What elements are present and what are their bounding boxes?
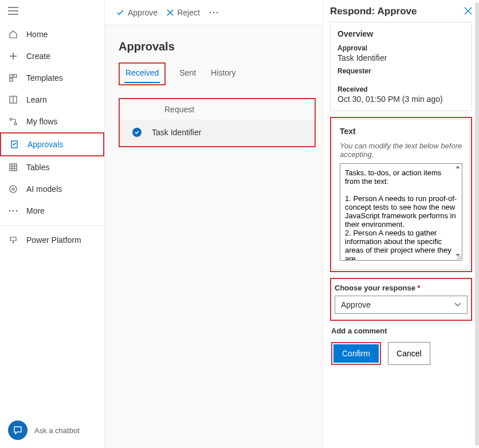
svg-point-14 <box>213 11 214 13</box>
respond-panel: Respond: Approve Overview Approval Task … <box>323 0 479 448</box>
sidebar-label: AI models <box>26 184 62 194</box>
sidebar-label: More <box>26 206 45 215</box>
panel-title: Respond: Approve <box>330 6 417 17</box>
response-select[interactable]: Approve <box>335 296 468 314</box>
approval-value: Task Identifier <box>337 53 465 62</box>
approval-label: Approval <box>337 44 465 52</box>
sidebar-label: My flows <box>26 117 57 126</box>
sidebar-item-more[interactable]: More <box>0 200 104 222</box>
toolbar-approve[interactable]: Approve <box>116 8 158 17</box>
sidebar-label: Create <box>26 52 50 61</box>
toolbar: Approve Reject <box>105 0 323 25</box>
sidebar-label: Home <box>26 30 48 39</box>
toolbar-reject-label: Reject <box>177 8 200 17</box>
svg-rect-7 <box>10 164 17 171</box>
sidebar-item-myflows[interactable]: My flows <box>0 111 104 132</box>
ellipsis-icon <box>209 11 218 14</box>
scroll-down-icon <box>456 254 460 257</box>
chat-icon <box>8 421 28 440</box>
close-icon <box>464 7 472 15</box>
sidebar-label: Power Platform <box>26 235 81 245</box>
ai-icon <box>8 184 18 194</box>
divider <box>0 225 104 226</box>
sidebar-item-aimodels[interactable]: AI models <box>0 178 104 200</box>
overview-heading: Overview <box>337 29 465 38</box>
status-check-icon <box>132 128 142 137</box>
column-header-request: Request <box>120 99 315 120</box>
svg-rect-0 <box>10 74 13 77</box>
toolbar-more[interactable] <box>209 11 218 14</box>
hamburger-menu[interactable] <box>0 0 104 23</box>
requester-label: Requester <box>337 67 465 75</box>
sidebar-item-templates[interactable]: Templates <box>0 67 104 89</box>
book-icon <box>8 95 18 105</box>
svg-rect-2 <box>10 78 13 81</box>
chatbot-label: Ask a chatbot <box>34 426 80 435</box>
scroll-up-icon <box>456 166 460 168</box>
page-title: Approvals <box>119 40 309 53</box>
close-button[interactable] <box>464 7 472 17</box>
text-body-input[interactable] <box>340 163 462 261</box>
sidebar-item-platform[interactable]: Power Platform <box>0 229 104 251</box>
svg-point-13 <box>210 11 211 13</box>
chatbot-launcher[interactable]: Ask a chatbot <box>0 412 104 448</box>
main-area: Approve Reject Approvals Received Sent H… <box>105 0 323 448</box>
svg-point-9 <box>12 188 14 190</box>
sidebar-item-learn[interactable]: Learn <box>0 89 104 111</box>
cancel-button[interactable]: Cancel <box>388 342 430 365</box>
home-icon <box>8 29 18 40</box>
panel-scrollbar[interactable] <box>475 2 479 446</box>
received-label: Received <box>337 85 465 93</box>
toolbar-approve-label: Approve <box>128 8 158 17</box>
tab-received[interactable]: Received <box>124 64 160 83</box>
text-card: Text You can modify the text below befor… <box>332 119 470 270</box>
response-value: Approve <box>341 300 371 309</box>
sidebar-label: Approvals <box>28 140 63 149</box>
flow-icon <box>8 116 18 127</box>
response-label: Choose your response * <box>335 284 468 292</box>
svg-point-8 <box>10 186 17 192</box>
platform-icon <box>8 235 18 245</box>
sidebar: Home Create Templates Learn My flows App… <box>0 0 105 448</box>
sidebar-item-tables[interactable]: Tables <box>0 156 104 178</box>
svg-point-10 <box>9 210 11 212</box>
overview-card: Overview Approval Task Identifier Reques… <box>330 22 472 111</box>
tab-history[interactable]: History <box>210 64 237 82</box>
sidebar-label: Templates <box>26 73 63 82</box>
confirm-button[interactable]: Confirm <box>333 344 379 363</box>
sidebar-item-approvals[interactable]: Approvals <box>0 132 104 156</box>
x-icon <box>167 9 174 16</box>
templates-icon <box>8 73 18 83</box>
plus-icon <box>8 51 18 61</box>
chevron-down-icon <box>454 302 461 307</box>
toolbar-reject[interactable]: Reject <box>167 8 200 17</box>
svg-rect-1 <box>14 74 17 77</box>
hamburger-icon <box>8 7 18 15</box>
row-title: Task Identifier <box>152 128 201 137</box>
text-heading: Text <box>340 127 462 136</box>
svg-point-11 <box>13 210 14 212</box>
more-icon <box>8 206 18 216</box>
tables-icon <box>8 162 18 172</box>
sidebar-label: Tables <box>26 163 49 172</box>
sidebar-label: Learn <box>26 95 47 104</box>
approvals-icon <box>9 139 19 150</box>
approval-row[interactable]: Task Identifier <box>120 120 315 146</box>
tab-sent[interactable]: Sent <box>178 64 197 82</box>
svg-point-5 <box>14 123 17 125</box>
check-icon <box>116 9 124 17</box>
sidebar-item-create[interactable]: Create <box>0 45 104 67</box>
comment-label: Add a comment <box>331 327 471 335</box>
svg-point-4 <box>10 118 12 120</box>
svg-point-12 <box>16 210 18 212</box>
sidebar-item-home[interactable]: Home <box>0 23 104 45</box>
text-hint: You can modify the text below before acc… <box>340 142 462 159</box>
received-value: Oct 30, 01:50 PM (3 min ago) <box>337 95 465 104</box>
svg-point-15 <box>217 11 218 13</box>
